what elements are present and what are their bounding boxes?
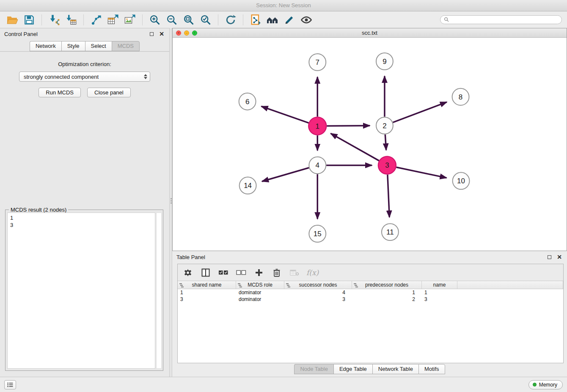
import-table-icon[interactable]: [64, 13, 78, 27]
graph-node-14[interactable]: 14: [239, 177, 256, 194]
annotation-pen-icon[interactable]: [282, 13, 297, 27]
mcds-result-list[interactable]: 1 3: [7, 213, 155, 369]
cell-mcds-role[interactable]: dominator: [236, 296, 284, 303]
column-header-predecessor-nodes[interactable]: predecessor nodes: [352, 281, 422, 289]
cell-successor-nodes[interactable]: 4: [284, 289, 352, 296]
graph-node-11[interactable]: 11: [382, 224, 399, 240]
sort-icon[interactable]: [354, 283, 358, 289]
maximize-window-icon[interactable]: +: [192, 30, 197, 36]
mcds-result-item[interactable]: 1: [10, 214, 152, 221]
zoom-fit-icon[interactable]: [182, 13, 196, 27]
cell-shared-name[interactable]: 3: [178, 296, 236, 303]
column-label: shared name: [192, 282, 221, 288]
run-mcds-button[interactable]: Run MCDS: [39, 88, 81, 97]
float-panel-icon[interactable]: [148, 30, 155, 37]
zoom-selected-icon[interactable]: [198, 13, 213, 27]
edge-3-11[interactable]: [388, 174, 389, 217]
graph-node-3[interactable]: 3: [378, 156, 396, 174]
splitter-handle[interactable]: [170, 197, 172, 204]
network-canvas[interactable]: 1234678910111415: [173, 38, 567, 251]
mcds-result-item[interactable]: 3: [10, 221, 152, 229]
tab-node-table[interactable]: Node Table: [294, 364, 333, 374]
cell-name[interactable]: 1: [422, 289, 457, 296]
column-header-successor-nodes[interactable]: successor nodes: [284, 281, 352, 289]
edge-1-6[interactable]: [261, 106, 309, 123]
create-column-plus-icon[interactable]: [253, 267, 265, 279]
vertical-splitter[interactable]: [169, 28, 172, 377]
node-table-container: f(x) shared name MCDS role successor nod…: [177, 264, 564, 363]
column-label: successor nodes: [299, 282, 337, 288]
close-panel-button[interactable]: Close panel: [87, 88, 131, 97]
graph-node-9[interactable]: 9: [376, 53, 393, 70]
sort-icon[interactable]: [286, 283, 290, 289]
graph-node-10[interactable]: 10: [453, 172, 470, 189]
sort-icon[interactable]: [238, 283, 242, 289]
graph-node-8[interactable]: 8: [452, 88, 469, 105]
column-header-name[interactable]: name: [422, 281, 457, 289]
tab-network[interactable]: Network: [30, 41, 61, 51]
tab-motifs[interactable]: Motifs: [418, 364, 445, 374]
edge-3-1[interactable]: [331, 133, 379, 160]
tab-style[interactable]: Style: [61, 41, 85, 51]
cell-predecessor-nodes[interactable]: 2: [352, 296, 422, 303]
table-row[interactable]: 1 dominator 4 1 1: [178, 289, 563, 296]
graph-node-6[interactable]: 6: [239, 93, 256, 110]
cell-shared-name[interactable]: 1: [178, 289, 236, 296]
edge-4-14[interactable]: [262, 168, 309, 181]
deselect-all-columns-icon[interactable]: [235, 267, 247, 279]
column-header-mcds-role[interactable]: MCDS role: [236, 281, 284, 289]
export-network-icon[interactable]: [89, 13, 103, 27]
search-box[interactable]: [440, 15, 562, 24]
network-snapshot-icon[interactable]: [248, 13, 263, 27]
criterion-dropdown[interactable]: strongly connected component: [19, 72, 150, 82]
column-header-shared-name[interactable]: shared name: [178, 281, 236, 289]
graph-node-7[interactable]: 7: [309, 54, 326, 71]
edge-2-3[interactable]: [385, 135, 386, 150]
edge-1-2[interactable]: [327, 126, 370, 126]
first-neighbors-icon[interactable]: [265, 13, 280, 27]
select-all-columns-icon[interactable]: [217, 267, 229, 279]
result-scrollbar[interactable]: [156, 213, 162, 369]
tab-mcds[interactable]: MCDS: [112, 41, 140, 51]
cell-mcds-role[interactable]: dominator: [236, 289, 284, 296]
network-window-titlebar[interactable]: ✕ − + scc.txt: [173, 28, 567, 38]
table-settings-gear-icon[interactable]: [182, 267, 194, 279]
minimize-window-icon[interactable]: −: [184, 30, 189, 36]
dropdown-arrows-icon: [144, 74, 147, 79]
close-panel-icon[interactable]: ✕: [158, 30, 165, 37]
svg-text:10: 10: [457, 177, 465, 185]
float-table-panel-icon[interactable]: [546, 254, 553, 260]
graph-node-2[interactable]: 2: [376, 117, 393, 134]
sort-icon[interactable]: [179, 283, 184, 289]
tab-select[interactable]: Select: [85, 41, 112, 51]
cell-successor-nodes[interactable]: 3: [284, 296, 352, 303]
zoom-out-icon[interactable]: [165, 13, 179, 27]
show-panel-list-icon[interactable]: [4, 380, 16, 389]
zoom-in-icon[interactable]: [148, 13, 162, 27]
memory-button[interactable]: Memory: [528, 380, 563, 389]
search-input[interactable]: [451, 17, 558, 23]
table-panel-header: Table Panel ✕: [172, 251, 567, 263]
edge-3-10[interactable]: [396, 167, 446, 178]
cell-name[interactable]: 3: [422, 296, 457, 303]
cell-predecessor-nodes[interactable]: 1: [352, 289, 422, 296]
show-column-icon[interactable]: [200, 267, 212, 279]
show-hide-eye-icon[interactable]: [299, 13, 314, 27]
export-table-icon[interactable]: [106, 13, 120, 27]
save-session-icon[interactable]: [22, 13, 36, 27]
export-image-icon[interactable]: [123, 13, 137, 27]
close-window-icon[interactable]: ✕: [176, 30, 181, 36]
table-row[interactable]: 3 dominator 3 2 3: [178, 296, 563, 303]
column-header-filler: [457, 281, 563, 289]
graph-node-15[interactable]: 15: [309, 225, 326, 242]
graph-node-4[interactable]: 4: [309, 157, 326, 174]
edge-2-8[interactable]: [393, 102, 447, 122]
tab-edge-table[interactable]: Edge Table: [333, 364, 372, 374]
refresh-layout-icon[interactable]: [223, 13, 238, 27]
close-table-panel-icon[interactable]: ✕: [556, 254, 563, 260]
graph-node-1[interactable]: 1: [308, 117, 326, 135]
tab-network-table[interactable]: Network Table: [372, 364, 418, 374]
open-session-icon[interactable]: [5, 13, 19, 27]
delete-column-trash-icon[interactable]: [271, 267, 283, 279]
import-network-icon[interactable]: [47, 13, 61, 27]
